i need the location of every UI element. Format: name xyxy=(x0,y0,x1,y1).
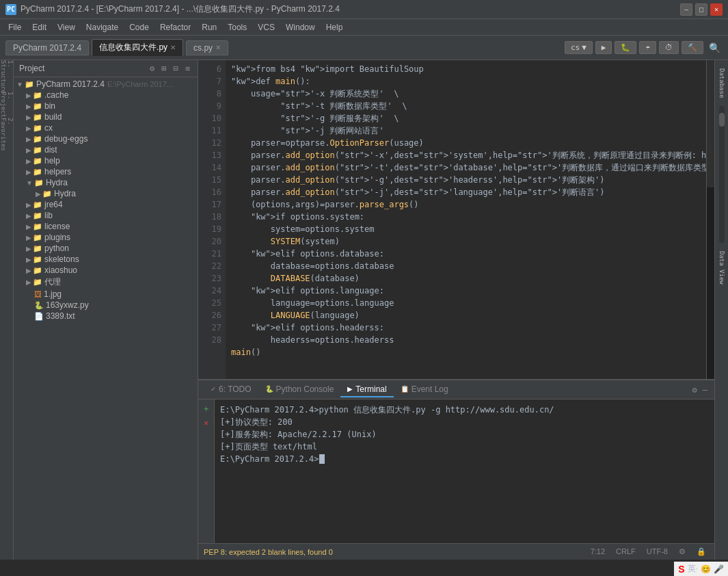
code-line: LANGUAGE(language) xyxy=(231,309,701,322)
encoding[interactable]: UTF-8 xyxy=(644,547,671,556)
tree-arrow-icon: ▶ xyxy=(26,256,31,263)
tree-item-label: Hydra xyxy=(46,178,68,187)
tree-item[interactable]: ▶📁python xyxy=(14,243,198,254)
tree-item[interactable]: 📄3389.txt xyxy=(14,311,198,322)
tab-python-console[interactable]: 🐍 Python Console xyxy=(258,382,341,397)
file-tab-1[interactable]: 信息收集四大件.py ✕ xyxy=(92,39,183,56)
code-line: parser.add_option("str">'-t',dest="str">… xyxy=(231,161,701,174)
tab-terminal[interactable]: ▶ Terminal xyxy=(340,382,393,397)
folder-icon: 📁 xyxy=(33,244,42,253)
tree-item[interactable]: ▶📁cx xyxy=(14,122,198,133)
project-collapse-icon[interactable]: ⊟ xyxy=(172,63,180,74)
menu-item-code[interactable]: Code xyxy=(124,19,154,35)
tree-arrow-icon: ▶ xyxy=(26,157,31,165)
file-tab-1-label: 信息收集四大件.py xyxy=(99,42,167,53)
settings-icon[interactable]: ⚙ xyxy=(691,384,699,396)
project-tab[interactable]: PyCharm 2017.2.4 xyxy=(5,40,89,55)
menu-item-vcs[interactable]: VCS xyxy=(252,19,280,35)
tree-arrow-icon: ▼ xyxy=(16,81,23,88)
run-button[interactable]: ▶ xyxy=(595,41,612,54)
menu-item-edit[interactable]: Edit xyxy=(27,19,52,35)
sidebar-item-favorites[interactable]: 2. Favorites xyxy=(1,120,12,148)
indent-display[interactable]: ⚙ xyxy=(676,547,688,556)
terminal-content[interactable]: E:\PyCharm 2017.2.4>python 信息收集四大件.py -g… xyxy=(215,400,714,543)
run-config-selector[interactable]: cs ▼ xyxy=(565,41,593,54)
tree-root[interactable]: ▼ 📁 PyCharm 2017.2.4 E:\PyCharm 2017... xyxy=(14,79,198,90)
code-line: "str">'-t 判断数据库类型' \ xyxy=(231,100,701,112)
project-gear-icon[interactable]: ≡ xyxy=(183,63,192,74)
code-line: parser.add_option("str">'-j',dest="str">… xyxy=(231,186,701,198)
project-expand-icon[interactable]: ⊞ xyxy=(159,63,168,74)
line-number: 14 xyxy=(198,161,221,174)
editor-scrollbar[interactable] xyxy=(719,106,725,243)
maximize-button[interactable]: □ xyxy=(695,3,707,16)
dataview-panel-label[interactable]: Data View xyxy=(717,246,727,290)
tree-item[interactable]: ▶📁dist xyxy=(14,144,198,155)
bottom-panel: ✓ 6: TODO 🐍 Python Console ▶ Terminal 📋 … xyxy=(198,379,714,543)
hide-icon[interactable]: — xyxy=(701,384,709,396)
terminal-add-button[interactable]: + xyxy=(201,404,212,415)
build-button[interactable]: 🔨 xyxy=(682,41,703,54)
tree-item[interactable]: ▶📁license xyxy=(14,221,198,232)
tree-item[interactable]: 🐍163yxwz.py xyxy=(14,300,198,311)
project-panel: Project ⚙ ⊞ ⊟ ≡ ▼ 📁 PyCharm 2017.2.4 E:\… xyxy=(14,60,198,560)
file-tab-2-close[interactable]: ✕ xyxy=(215,44,221,51)
tree-item[interactable]: ▶📁build xyxy=(14,112,198,122)
file-tab-1-close[interactable]: ✕ xyxy=(170,44,176,51)
terminal-output-line: [+]服务架构: Apache/2.2.17 (Unix) xyxy=(220,428,709,441)
tree-item[interactable]: ▶📁helpers xyxy=(14,166,198,177)
tab-todo[interactable]: ✓ 6: TODO xyxy=(204,382,258,397)
menu-item-run[interactable]: Run xyxy=(196,19,222,35)
sidebar-item-project[interactable]: 1. Project xyxy=(1,92,12,119)
folder-icon: 📁 xyxy=(33,200,42,209)
tree-item-label: bin xyxy=(44,101,55,111)
menu-item-navigate[interactable]: Navigate xyxy=(81,19,124,35)
tree-item[interactable]: ▶📁help xyxy=(14,155,198,166)
tab-event-log[interactable]: 📋 Event Log xyxy=(394,382,455,397)
tree-item[interactable]: ▶📁lib xyxy=(14,210,198,221)
tree-item[interactable]: ▶📁代理 xyxy=(14,276,198,289)
database-panel-label[interactable]: Database xyxy=(717,63,727,103)
profile-button[interactable]: ⏱ xyxy=(659,41,679,54)
search-button[interactable]: 🔍 xyxy=(706,40,723,56)
code-line: "str">'-g 判断服务架构' \ xyxy=(231,112,701,125)
tree-item[interactable]: ▶📁bin xyxy=(14,101,198,112)
tree-item-label: 代理 xyxy=(44,276,61,288)
menu-item-help[interactable]: Help xyxy=(321,19,349,35)
tree-item[interactable]: ▶📁debug-eggs xyxy=(14,133,198,144)
folder-icon: 📁 xyxy=(33,113,42,122)
window-controls: — □ ✕ xyxy=(680,3,723,16)
folder-icon: 📁 xyxy=(33,233,42,242)
tree-item[interactable]: ▶📁jre64 xyxy=(14,199,198,210)
close-button[interactable]: ✕ xyxy=(710,3,723,16)
tree-item[interactable]: 🖼1.jpg xyxy=(14,289,198,300)
toolbar-right: cs ▼ ▶ 🐛 ☂ ⏱ 🔨 🔍 xyxy=(565,40,723,56)
menu-item-refactor[interactable]: Refactor xyxy=(154,19,196,35)
menu-item-tools[interactable]: Tools xyxy=(222,19,252,35)
minimap xyxy=(706,60,714,379)
line-number: 16 xyxy=(198,186,221,198)
cursor-position[interactable]: 7:12 xyxy=(588,547,608,556)
tree-item[interactable]: ▶📁plugins xyxy=(14,232,198,243)
tree-item[interactable]: ▼📁Hydra xyxy=(14,177,198,188)
menu-item-file[interactable]: File xyxy=(3,19,27,35)
minimize-button[interactable]: — xyxy=(680,3,692,16)
coverage-button[interactable]: ☂ xyxy=(639,41,656,54)
tree-item[interactable]: ▶📁skeletons xyxy=(14,254,198,265)
project-settings-icon[interactable]: ⚙ xyxy=(148,63,157,74)
vcs-icon[interactable]: 🔒 xyxy=(694,547,709,556)
sidebar-item-structure[interactable]: 1. Structure xyxy=(1,63,12,90)
line-number: 15 xyxy=(198,174,221,186)
code-content[interactable]: "kw">from bs4 "kw">import BeautifulSoup"… xyxy=(226,60,706,379)
tree-item[interactable]: ▶📁Hydra xyxy=(14,188,198,199)
file-tab-2[interactable]: cs.py ✕ xyxy=(186,40,228,55)
code-line: parser.add_option("str">'-x',dest="str">… xyxy=(231,149,701,161)
menu-item-view[interactable]: View xyxy=(52,19,81,35)
tree-item[interactable]: ▶📁xiaoshuo xyxy=(14,265,198,276)
menu-item-window[interactable]: Window xyxy=(280,19,321,35)
code-editor[interactable]: 6789101112131415161718192021222324252627… xyxy=(198,60,714,379)
line-separator[interactable]: CRLF xyxy=(613,547,638,556)
tree-item[interactable]: ▶📁.cache xyxy=(14,90,198,101)
terminal-close-button[interactable]: ✕ xyxy=(201,417,212,428)
debug-button[interactable]: 🐛 xyxy=(615,41,636,54)
